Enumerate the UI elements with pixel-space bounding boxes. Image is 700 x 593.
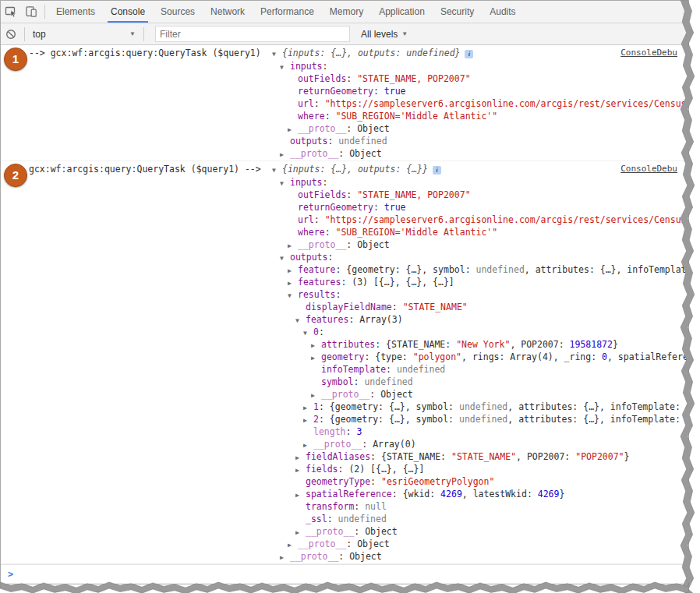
token: (2) [{…}, {…}]: [348, 464, 424, 475]
console-input-row[interactable]: >: [1, 564, 688, 584]
token: :: [319, 327, 324, 337]
tab-application[interactable]: Application: [371, 1, 433, 23]
tree-row: ▼0:: [1, 326, 688, 338]
token: :: [348, 314, 359, 325]
toolbar-separator: [44, 5, 45, 19]
log-levels-label: All levels: [361, 29, 398, 40]
token: __proto__: [298, 123, 346, 134]
tree-row: ▶__proto__: Object: [1, 388, 688, 401]
tab-audits[interactable]: Audits: [482, 1, 523, 23]
token: features: [306, 314, 348, 325]
clear-console-icon[interactable]: [1, 25, 21, 44]
tab-sources[interactable]: Sources: [153, 1, 203, 23]
expand-arrow-icon[interactable]: ▶: [280, 149, 290, 161]
console-prompt-icon: >: [8, 568, 13, 581]
token: :: [319, 401, 330, 412]
tab-security[interactable]: Security: [433, 1, 482, 23]
token: __proto__: [321, 389, 369, 400]
tree-row: ▶fieldAliases: {STATE_NAME: "STATE_NAME"…: [1, 450, 688, 463]
tab-performance[interactable]: Performance: [253, 1, 322, 23]
expand-arrow-icon[interactable]: ▼: [272, 48, 282, 61]
token: spatialReference: [306, 489, 392, 499]
token: Array(3): [359, 314, 402, 325]
token: undefined: [476, 264, 525, 275]
tree-row: ▶feature: {geometry: {…}, symbol: undefi…: [1, 263, 688, 276]
tree-row: length: 3: [1, 425, 688, 438]
token: Object: [357, 538, 390, 549]
token: :: [354, 376, 365, 387]
tree-row: symbol: undefined: [1, 376, 688, 388]
console-toolbar: top ▼ All levels ▼: [1, 23, 688, 45]
console-entry: 2 gcx:wf:arcgis:query:QueryTask ($query1…: [1, 161, 688, 564]
inspect-element-icon[interactable]: [1, 2, 21, 21]
token: , latestWkid:: [462, 489, 538, 499]
token: {STATE_NAME:: [381, 451, 451, 462]
tree-row: ▶__proto__: Object: [1, 238, 688, 251]
tab-network[interactable]: Network: [203, 1, 253, 23]
token: feature: [298, 264, 335, 275]
token: "STATE_NAME, POP2007": [357, 73, 470, 84]
token: :: [335, 289, 341, 300]
source-link[interactable]: ConsoleDebu: [620, 163, 677, 175]
console-output: 1 --> gcx:wf:arcgis:query:QueryTask ($qu…: [1, 45, 688, 584]
expand-arrow-icon[interactable]: ▼: [272, 164, 282, 177]
token: inputs: [290, 61, 323, 72]
source-link[interactable]: ConsoleDebu: [620, 47, 677, 59]
token: "SUB_REGION='Middle Atlantic'": [335, 227, 497, 238]
annotation-badge: 1: [4, 48, 27, 71]
token: {geometry: {…}, symbol:: [346, 264, 476, 275]
tree-row: url: "https://sampleserver6.arcgisonline…: [1, 97, 688, 110]
tree-row: transform: null: [1, 500, 688, 513]
token: 0: [313, 327, 319, 337]
token: 19581872: [570, 339, 613, 350]
tree-row: ▶__proto__: Object: [1, 538, 688, 550]
token: displayFieldName: [306, 302, 392, 312]
token: :: [327, 252, 333, 263]
tree-row: ▼results:: [1, 288, 688, 301]
tree-row: ▼inputs:: [1, 176, 688, 189]
token: , attributes: {…}, infoTemplate:: [507, 401, 685, 412]
tree-row: returnGeometry: true: [1, 201, 688, 214]
token: 1: [313, 401, 319, 412]
token: undefined: [338, 136, 387, 146]
token: returnGeometry: [298, 86, 373, 97]
token: :: [354, 501, 365, 512]
token: :: [338, 551, 349, 562]
log-levels-dropdown[interactable]: All levels ▼: [358, 29, 411, 40]
console-entry-header: 1 --> gcx:wf:arcgis:query:QueryTask ($qu…: [1, 47, 688, 60]
token: }: [624, 451, 630, 462]
tree-row: ▶__proto__: Array(0): [1, 438, 688, 450]
token: :: [362, 439, 373, 450]
tree-row: ▶geometry: {type: "polygon", rings: Arra…: [1, 351, 688, 363]
tab-memory[interactable]: Memory: [322, 1, 371, 23]
token: :: [346, 189, 357, 200]
token: infoTemplate: [321, 364, 386, 375]
tree-row: ▶2: {geometry: {…}, symbol: undefined, a…: [1, 413, 688, 425]
tab-console[interactable]: Console: [103, 1, 153, 23]
filter-input[interactable]: [155, 26, 350, 42]
execution-context-dropdown[interactable]: top ▼: [28, 29, 140, 40]
token: Object: [380, 389, 413, 400]
token: outFields: [298, 73, 346, 84]
tree-row: url: "https://sampleserver6.arcgisonline…: [1, 214, 688, 226]
token: :: [323, 177, 328, 188]
tree-row: where: "SUB_REGION='Middle Atlantic'": [1, 110, 688, 122]
tab-elements[interactable]: Elements: [48, 1, 103, 23]
token: {geometry: {…}, symbol:: [330, 401, 459, 412]
info-icon: i: [465, 50, 473, 58]
expand-arrow-icon[interactable]: ▶: [280, 552, 290, 564]
tree-row: ▶features: (3) [{…}, {…}, {…}]: [1, 276, 688, 288]
token: , POP2007:: [510, 339, 569, 350]
tree-row: ▼features: Array(3): [1, 313, 688, 326]
device-toolbar-icon[interactable]: [21, 2, 41, 21]
token: __proto__: [306, 526, 354, 537]
token: :: [364, 351, 375, 362]
token: :: [319, 414, 330, 425]
token: results: [298, 289, 335, 300]
token: {type:: [375, 351, 412, 362]
object-preview-block: ▼{inputs: {…}, outputs: {…}}i: [272, 163, 441, 177]
token: geometry: [321, 351, 364, 362]
token: __proto__: [298, 538, 346, 549]
tree-row: returnGeometry: true: [1, 85, 688, 97]
token: :: [369, 389, 380, 400]
